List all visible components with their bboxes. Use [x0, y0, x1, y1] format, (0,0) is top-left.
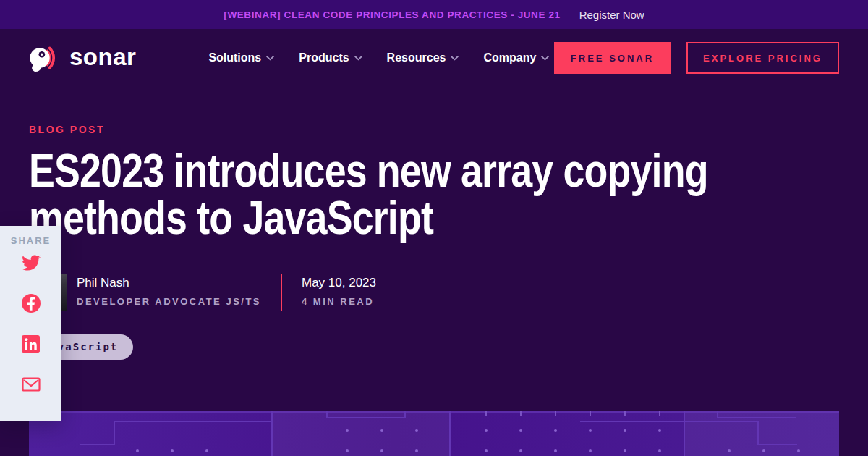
banner-register-link[interactable]: Register Now: [579, 9, 644, 21]
read-time: 4 MIN READ: [302, 296, 374, 307]
explore-pricing-button[interactable]: EXPLORE PRICING: [686, 42, 839, 74]
chevron-down-icon: [451, 56, 459, 61]
nav-resources[interactable]: Resources: [387, 51, 459, 64]
blog-post-eyebrow: BLOG POST: [29, 124, 105, 135]
site-header: sonar Solutions Products Resources Compa…: [0, 29, 868, 87]
logo-wordmark: sonar: [69, 45, 136, 72]
linkedin-icon: [22, 335, 40, 353]
author-name: Phil Nash: [77, 276, 129, 290]
free-sonar-button[interactable]: FREE SONAR: [554, 42, 671, 74]
chevron-down-icon: [354, 56, 362, 61]
sonar-logo[interactable]: sonar: [29, 41, 136, 75]
title-line-2: methods to JavaScript: [29, 195, 708, 242]
chevron-down-icon: [266, 56, 274, 61]
share-facebook-button[interactable]: [22, 294, 41, 313]
page: [WEBINAR] CLEAN CODE PRINCIPLES AND PRAC…: [0, 0, 868, 456]
share-twitter-button[interactable]: [22, 253, 41, 272]
email-icon: [22, 376, 41, 393]
share-linkedin-button[interactable]: [22, 334, 41, 353]
nav-label: Solutions: [208, 51, 261, 64]
circuit-pattern: [29, 411, 839, 456]
page-title: ES2023 introduces new array copying meth…: [29, 148, 708, 242]
announcement-banner: [WEBINAR] CLEAN CODE PRINCIPLES AND PRAC…: [0, 0, 868, 29]
nav-solutions[interactable]: Solutions: [208, 51, 274, 64]
meta-divider: [281, 274, 282, 311]
post-date: May 10, 2023: [302, 276, 376, 290]
author-role: DEVELOPER ADVOCATE JS/TS: [77, 296, 261, 307]
nav-company[interactable]: Company: [483, 51, 549, 64]
share-email-button[interactable]: [22, 375, 41, 394]
facebook-icon: [22, 294, 41, 313]
sonar-logo-icon: [29, 41, 63, 75]
nav-label: Products: [299, 51, 349, 64]
title-line-1: ES2023 introduces new array copying: [29, 148, 708, 195]
hero-image: [29, 411, 839, 456]
share-panel: SHARE: [0, 226, 61, 421]
header-ctas: FREE SONAR EXPLORE PRICING: [554, 42, 839, 74]
main-nav: Solutions Products Resources Company: [208, 51, 549, 64]
chevron-down-icon: [541, 56, 549, 61]
nav-label: Resources: [387, 51, 446, 64]
share-label: SHARE: [11, 235, 51, 246]
banner-message: [WEBINAR] CLEAN CODE PRINCIPLES AND PRAC…: [224, 9, 560, 20]
nav-label: Company: [483, 51, 536, 64]
nav-products[interactable]: Products: [299, 51, 362, 64]
twitter-icon: [22, 253, 41, 272]
